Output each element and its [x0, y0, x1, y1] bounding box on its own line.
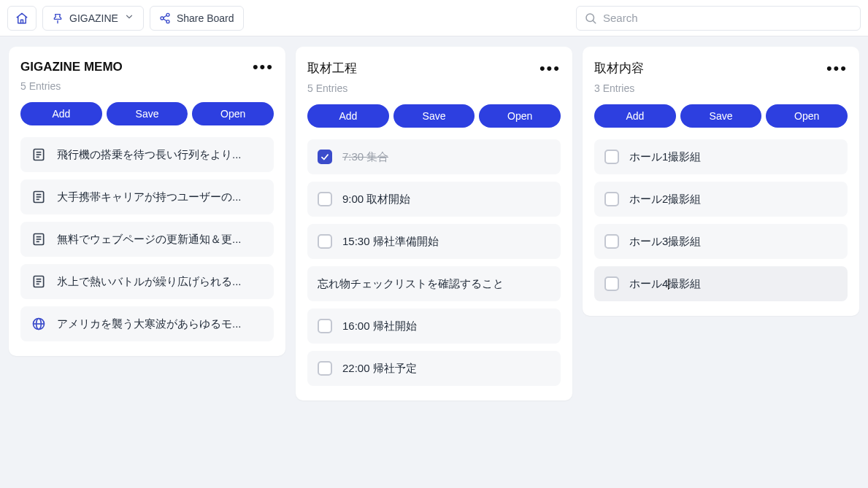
checkbox[interactable] [318, 319, 332, 333]
add-button[interactable]: Add [307, 104, 389, 128]
card-title: 取材工程 [307, 60, 357, 77]
add-button[interactable]: Add [594, 104, 676, 128]
item-list: 7:30 集合 9:00 取材開始 15:30 帰社準備開始 忘れ物チェックリス… [307, 139, 561, 386]
card-title: GIGAZINE MEMO [20, 60, 123, 74]
list-item[interactable]: 16:00 帰社開始 [307, 309, 561, 344]
svg-line-4 [164, 18, 167, 20]
share-board-button[interactable]: Share Board [150, 6, 244, 31]
item-text: アメリカを襲う大寒波があらゆるモ... [57, 317, 242, 331]
item-text: 忘れ物チェックリストを確認すること [318, 277, 504, 291]
item-text: ホール1撮影組 [629, 150, 701, 164]
save-button[interactable]: Save [680, 104, 762, 128]
search-input[interactable] [603, 12, 853, 24]
list-item[interactable]: 15:30 帰社準備開始 [307, 224, 561, 259]
home-button[interactable] [7, 6, 37, 31]
chevron-down-icon [124, 12, 134, 24]
list-item[interactable]: ホール2撮影組 [594, 182, 848, 217]
open-button[interactable]: Open [479, 104, 561, 128]
entries-count: 5 Entries [20, 80, 274, 92]
board-name-label: GIGAZINE [69, 12, 118, 24]
entries-count: 5 Entries [307, 82, 561, 94]
checkbox[interactable] [318, 234, 332, 249]
item-text: 7:30 集合 [342, 150, 388, 164]
checkbox[interactable] [604, 150, 619, 164]
checkbox[interactable] [604, 192, 619, 206]
share-board-label: Share Board [177, 12, 234, 24]
item-text: 大手携帯キャリアが持つユーザーの... [57, 190, 242, 204]
list-item[interactable]: 大手携帯キャリアが持つユーザーの... [20, 179, 274, 214]
svg-line-6 [593, 20, 595, 23]
editing-suffix: 撮影組 [668, 277, 701, 291]
item-text: ホール2撮影組 [629, 193, 701, 206]
page-icon [31, 147, 47, 163]
search-box[interactable] [576, 6, 861, 31]
open-button[interactable]: Open [192, 102, 274, 125]
list-item[interactable]: 忘れ物チェックリストを確認すること [307, 266, 561, 301]
save-button[interactable]: Save [393, 104, 475, 128]
item-list: ホール1撮影組 ホール2撮影組 ホール3撮影組 ホール4撮影組 [594, 139, 848, 301]
list-item[interactable]: 7:30 集合 [307, 139, 561, 174]
topbar: GIGAZINE Share Board [0, 0, 868, 36]
card-title: 取材内容 [594, 60, 644, 77]
list-item-editing[interactable]: ホール4撮影組 [594, 266, 848, 301]
item-text: 9:00 取材開始 [342, 193, 410, 206]
list-item[interactable]: ホール3撮影組 [594, 224, 848, 259]
board-menu-button[interactable]: GIGAZINE [42, 6, 144, 31]
page-icon [31, 189, 47, 205]
board: GIGAZINE MEMO ••• 5 Entries Add Save Ope… [0, 36, 868, 411]
list-item[interactable]: 無料でウェブページの更新通知＆更... [20, 222, 274, 257]
item-text: 16:00 帰社開始 [342, 319, 417, 333]
page-icon [31, 274, 47, 290]
list-item[interactable]: 22:00 帰社予定 [307, 351, 561, 386]
list-item[interactable]: 飛行機の搭乗を待つ長い行列をより... [20, 137, 274, 172]
entries-count: 3 Entries [594, 82, 848, 94]
card-menu-button[interactable]: ••• [253, 63, 274, 71]
checkbox[interactable] [604, 234, 619, 249]
card-content: 取材内容 ••• 3 Entries Add Save Open ホール1撮影組… [583, 47, 859, 316]
checkbox[interactable] [318, 192, 332, 206]
item-text: 22:00 帰社予定 [342, 362, 417, 376]
checkbox[interactable] [318, 361, 332, 376]
save-button[interactable]: Save [107, 102, 188, 125]
svg-point-5 [586, 14, 594, 22]
item-text: 無料でウェブページの更新通知＆更... [57, 233, 242, 247]
list-item[interactable]: 9:00 取材開始 [307, 182, 561, 217]
card-menu-button[interactable]: ••• [539, 65, 561, 72]
pin-icon [52, 12, 64, 24]
checkbox[interactable] [604, 276, 619, 291]
item-list: 飛行機の搭乗を待つ長い行列をより... 大手携帯キャリアが持つユーザーの... … [20, 137, 274, 341]
list-item[interactable]: アメリカを襲う大寒波があらゆるモ... [20, 306, 274, 341]
card-menu-button[interactable]: ••• [826, 65, 848, 72]
svg-line-3 [164, 15, 167, 18]
item-text: 氷上で熱いバトルが繰り広げられる... [57, 275, 242, 289]
item-text: 飛行機の搭乗を待つ長い行列をより... [57, 148, 242, 162]
list-item[interactable]: ホール1撮影組 [594, 139, 848, 174]
item-text: 15:30 帰社準備開始 [342, 235, 439, 249]
editing-prefix: ホール4 [629, 277, 668, 291]
page-icon [31, 231, 47, 247]
card-gigazine-memo: GIGAZINE MEMO ••• 5 Entries Add Save Ope… [9, 47, 285, 356]
search-icon [584, 12, 597, 25]
add-button[interactable]: Add [20, 102, 102, 125]
home-icon [15, 12, 28, 25]
globe-icon [31, 316, 47, 332]
checkbox[interactable] [318, 150, 332, 164]
open-button[interactable]: Open [766, 104, 848, 128]
item-text: ホール3撮影組 [629, 235, 701, 249]
card-process: 取材工程 ••• 5 Entries Add Save Open 7:30 集合… [296, 47, 572, 400]
list-item[interactable]: 氷上で熱いバトルが繰り広げられる... [20, 264, 274, 299]
share-icon [159, 12, 171, 24]
